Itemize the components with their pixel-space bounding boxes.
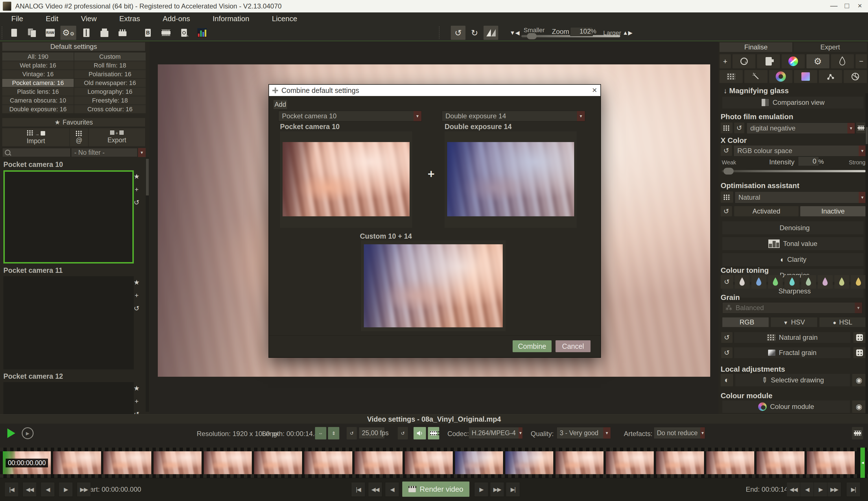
film-canister-icon[interactable] xyxy=(757,54,780,68)
step-back-button[interactable]: ◀ xyxy=(385,482,399,497)
combine-button[interactable]: Combine xyxy=(513,340,552,352)
scrollbar-thumb[interactable] xyxy=(866,127,868,144)
grain-icon[interactable] xyxy=(719,70,743,83)
fps-input[interactable]: 25,00 fps xyxy=(359,427,385,439)
jump-end-button[interactable]: ▶| xyxy=(846,482,860,497)
minimize-button[interactable]: — xyxy=(827,0,840,11)
render-video-button[interactable]: Render video xyxy=(402,481,469,497)
print-icon[interactable] xyxy=(97,26,112,40)
toning-droplet-icon-6[interactable] xyxy=(818,275,833,289)
shutter-icon[interactable] xyxy=(844,70,867,83)
dropdown-arrow-icon[interactable]: ▼ xyxy=(519,427,522,439)
favourites-button[interactable]: ★Favourites xyxy=(2,118,145,127)
timeline-end-marker[interactable]: ◀ xyxy=(860,448,865,478)
fast-forward-button[interactable]: ▶▶ xyxy=(827,482,841,497)
zoom-slider-handle[interactable] xyxy=(527,33,536,39)
magnifying-glass-header[interactable]: ↓ Magnifying glass xyxy=(724,86,789,95)
play-button[interactable]: ▶ xyxy=(59,482,73,497)
grain-mode-hsl[interactable]: ●HSL xyxy=(820,318,866,327)
colour-ball-icon[interactable] xyxy=(782,54,804,68)
film-frames-icon[interactable] xyxy=(856,122,866,133)
menu-item-edit[interactable]: Edit xyxy=(34,12,70,25)
timeline-frame-17[interactable] xyxy=(807,451,855,474)
fast-forward-button[interactable]: ▶▶ xyxy=(490,482,504,497)
timeline-frame-4[interactable] xyxy=(154,451,202,474)
timeline-frame-15[interactable] xyxy=(706,451,754,474)
dropdown-arrow-icon[interactable]: ▼ xyxy=(855,302,862,313)
menu-item-add-ons[interactable]: Add-ons xyxy=(151,12,201,25)
category-roll-film-18[interactable]: Roll film: 18 xyxy=(74,61,146,70)
preset-thumbnail-pocket-camera-11[interactable]: ★+↺ xyxy=(3,276,134,370)
colour-cube-icon[interactable] xyxy=(794,70,817,83)
category-all-190[interactable]: All: 190 xyxy=(2,53,74,61)
dialog-titlebar[interactable]: Combine default settings × xyxy=(269,85,600,96)
codec-dropdown[interactable]: H.264/MPEG-4 ▼ xyxy=(469,427,523,439)
menu-item-extras[interactable]: Extras xyxy=(108,12,152,25)
optimisation-dropdown[interactable]: Natural ▼ xyxy=(735,191,866,203)
contrast-icon[interactable]: ◐ xyxy=(721,374,733,386)
add-icon[interactable]: + xyxy=(135,291,139,299)
timeline-frame-5[interactable] xyxy=(204,451,252,474)
category-vintage-16[interactable]: Vintage: 16 xyxy=(2,70,74,78)
reset-icon[interactable]: ↺ xyxy=(721,206,732,216)
activated-button[interactable]: Activated xyxy=(734,206,799,216)
close-button[interactable]: × xyxy=(853,0,866,11)
category-polarisation-16[interactable]: Polarisation: 16 xyxy=(74,70,146,78)
favourite-star-icon[interactable]: ★ xyxy=(133,172,140,180)
split-view-icon[interactable] xyxy=(78,26,94,40)
histogram-icon[interactable] xyxy=(194,26,210,40)
reset-icon[interactable]: ↺ xyxy=(134,411,139,414)
category-cross-colour-16[interactable]: Cross colour: 16 xyxy=(74,105,146,113)
slider-handle[interactable] xyxy=(724,168,734,174)
timeline-frame-10[interactable] xyxy=(455,451,503,474)
preset-grid-icon[interactable] xyxy=(721,122,733,133)
dropdown-arrow-icon[interactable]: ▼ xyxy=(847,123,855,134)
preset-list-scrollbar[interactable] xyxy=(146,158,149,412)
grain-dropdown[interactable]: ⁂ Balanced ▼ xyxy=(722,302,862,313)
add-tab[interactable]: Add xyxy=(273,100,287,109)
fast-rewind-button[interactable]: ◀◀ xyxy=(786,482,801,497)
eye-icon[interactable]: ◉ xyxy=(852,374,866,386)
preset-grid-icon[interactable] xyxy=(721,191,733,203)
history-icon[interactable]: ↺ xyxy=(451,26,466,40)
fast-rewind-button[interactable]: ◀◀ xyxy=(368,482,382,497)
dropdown-arrow-icon[interactable]: ▼ xyxy=(859,146,866,156)
category-double-exposure-16[interactable]: Double exposure: 16 xyxy=(2,105,74,113)
timeline-frame-7[interactable] xyxy=(304,451,352,474)
menu-item-information[interactable]: Information xyxy=(201,12,261,25)
toning-droplet-icon-3[interactable] xyxy=(768,275,783,289)
export-button[interactable]: + Export xyxy=(89,128,145,146)
timeline-frame-11[interactable] xyxy=(505,451,553,474)
favourite-star-icon[interactable]: ★ xyxy=(133,278,140,286)
reset-icon[interactable]: ↺ xyxy=(721,348,733,358)
timeline-frame-6[interactable] xyxy=(254,451,302,474)
search-icon[interactable] xyxy=(733,54,755,68)
category-freestyle-18[interactable]: Freestyle: 18 xyxy=(74,96,146,105)
dice-random-icon[interactable] xyxy=(853,348,866,358)
dropdown-arrow-icon[interactable]: ▼ xyxy=(859,192,866,203)
export-frame-icon[interactable] xyxy=(852,427,863,439)
tonal-value-button[interactable]: Tonal value xyxy=(722,237,864,250)
redo-icon[interactable]: ↻ xyxy=(467,26,482,40)
jump-start-button[interactable]: |◀ xyxy=(351,482,365,497)
fit-view-icon[interactable]: ▼◀ xyxy=(507,26,522,40)
curves-icon[interactable]: B xyxy=(140,26,156,40)
dropdown-arrow-icon[interactable]: ▼ xyxy=(603,427,610,439)
timeline-frame-1[interactable]: 00:00:00.000 xyxy=(3,451,51,474)
filter-dropdown[interactable]: - No filter - xyxy=(71,148,137,157)
colour-wheel-icon[interactable] xyxy=(769,70,792,83)
jump-start-button[interactable]: |◀ xyxy=(4,482,19,497)
film-emulation-dropdown[interactable]: digital negative ▼ xyxy=(747,122,855,134)
resize-height-icon[interactable]: ⇕ xyxy=(328,427,339,439)
category-camera-obscura-10[interactable]: Camera obscura: 10 xyxy=(2,96,74,105)
import-button[interactable]: → Import xyxy=(2,128,69,146)
clarity-button[interactable]: ◖Clarity xyxy=(722,253,864,266)
artefacts-dropdown[interactable]: Do not reduce ▼ xyxy=(654,427,705,439)
timeline-frame-3[interactable] xyxy=(103,451,151,474)
fast-forward-button[interactable]: ▶▶ xyxy=(77,482,91,497)
reset-icon[interactable]: ↺ xyxy=(398,427,408,439)
loop-play-button[interactable]: ▶ xyxy=(21,427,34,439)
category-old-newspaper-16[interactable]: Old newspaper: 16 xyxy=(74,79,146,87)
film-settings-button[interactable] xyxy=(428,427,439,439)
dice-random-icon[interactable] xyxy=(853,332,866,343)
